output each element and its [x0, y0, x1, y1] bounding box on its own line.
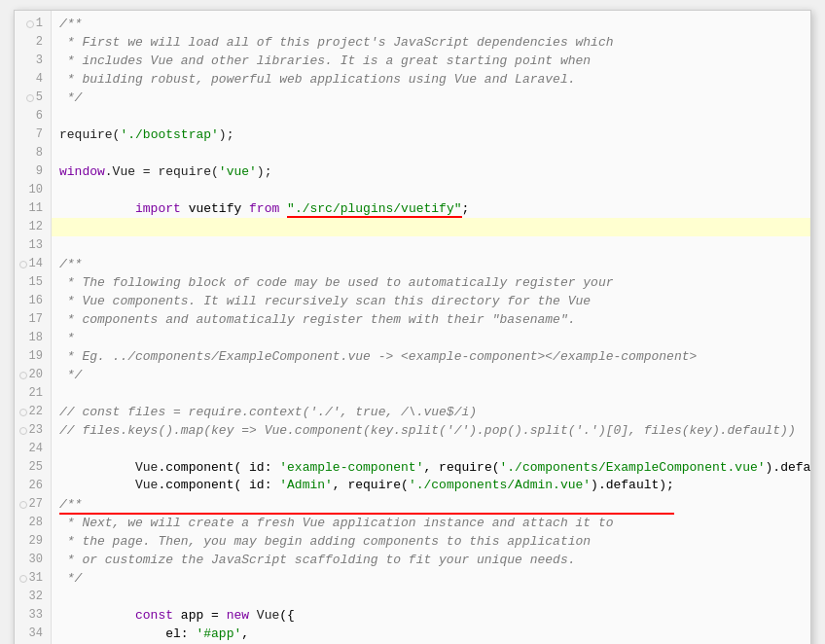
code-line-14: /**: [52, 255, 810, 273]
code-line-21: [52, 384, 810, 403]
code-line-1: /**: [52, 15, 810, 33]
code-text-20: */: [59, 366, 82, 384]
ln-21: 21: [15, 384, 51, 403]
ln-2: 2: [15, 33, 51, 52]
code-line-4: * building robust, powerful web applicat…: [52, 70, 810, 89]
circle-5: [26, 94, 34, 102]
ln-18: 18: [15, 329, 51, 347]
code-text-15: * The following block of code may be use…: [59, 273, 614, 292]
code-line-22: // const files = require.context('./', t…: [52, 403, 810, 421]
ln-25: 25: [15, 458, 51, 477]
code-text-4: * building robust, powerful web applicat…: [59, 70, 576, 89]
code-line-7: require('./bootstrap');: [52, 125, 810, 144]
ln-6: 6: [15, 107, 51, 125]
ln-32: 32: [15, 588, 51, 606]
ln-33: 33: [15, 606, 51, 625]
code-line-31: */: [52, 569, 810, 588]
code-line-8: [52, 144, 810, 162]
code-text-35: vuetify,: [59, 625, 227, 644]
ln-10: 10: [15, 181, 51, 199]
editor-window: 1 2 3 4 5 6 7 8 9 10 11 12 13 14 15 16 1…: [14, 10, 811, 644]
code-line-13: [52, 236, 810, 255]
ln-7: 7: [15, 125, 51, 144]
code-line-16: * Vue components. It will recursively sc…: [52, 292, 810, 310]
code-text-9: window.Vue = require('vue');: [59, 162, 271, 181]
ln-29: 29: [15, 532, 51, 551]
code-line-29: * the page. Then, you may begin adding c…: [52, 532, 810, 551]
code-text-16: * Vue components. It will recursively sc…: [59, 292, 591, 310]
ln-9: 9: [15, 162, 51, 181]
ln-5: 5: [15, 89, 51, 107]
ln-17: 17: [15, 310, 51, 329]
code-line-28: * Next, we will create a fresh Vue appli…: [52, 514, 810, 532]
ln-3: 3: [15, 52, 51, 70]
ln-15: 15: [15, 273, 51, 292]
code-text-19: * Eg. ../components/ExampleComponent.vue…: [59, 347, 697, 366]
code-text-2: * First we will load all of this project…: [59, 33, 614, 52]
ln-23: 23: [15, 421, 51, 440]
circle-31: [19, 575, 27, 583]
code-line-19: * Eg. ../components/ExampleComponent.vue…: [52, 347, 810, 366]
ln-22: 22: [15, 403, 51, 421]
line-numbers: 1 2 3 4 5 6 7 8 9 10 11 12 13 14 15 16 1…: [15, 11, 52, 644]
code-line-2: * First we will load all of this project…: [52, 33, 810, 52]
ln-20: 20: [15, 366, 51, 384]
ln-8: 8: [15, 144, 51, 162]
code-text-18: *: [59, 329, 75, 347]
ln-26: 26: [15, 477, 51, 495]
code-line-23: // files.keys().map(key => Vue.component…: [52, 421, 810, 440]
code-text-31: */: [59, 569, 82, 588]
code-text-3: * includes Vue and other libraries. It i…: [59, 52, 591, 70]
code-text-17: * components and automatically register …: [59, 310, 576, 329]
ln-12: 12: [15, 218, 51, 236]
ln-4: 4: [15, 70, 51, 89]
circle-20: [19, 372, 27, 379]
ln-11: 11: [15, 199, 51, 218]
code-text-30: * or customize the JavaScript scaffoldin…: [59, 551, 576, 569]
code-text-28: * Next, we will create a fresh Vue appli…: [59, 514, 614, 532]
code-text-22: // const files = require.context('./', t…: [59, 403, 477, 421]
code-text-1: /**: [59, 15, 82, 33]
code-line-18: *: [52, 329, 810, 347]
code-text-23: // files.keys().map(key => Vue.component…: [59, 421, 796, 440]
circle-27: [19, 501, 27, 509]
ln-24: 24: [15, 440, 51, 458]
code-text-27: /**: [59, 495, 82, 514]
code-text-26: Vue.component( id: 'Admin', require('./c…: [59, 457, 674, 515]
code-area: /** * First we will load all of this pro…: [52, 11, 810, 644]
code-text-29: * the page. Then, you may begin adding c…: [59, 532, 591, 551]
code-line-5: */: [52, 89, 810, 107]
code-line-15: * The following block of code may be use…: [52, 273, 810, 292]
ln-1: 1: [15, 15, 51, 33]
code-line-30: * or customize the JavaScript scaffoldin…: [52, 551, 810, 569]
code-line-20: */: [52, 366, 810, 384]
code-line-3: * includes Vue and other libraries. It i…: [52, 52, 810, 70]
ln-13: 13: [15, 236, 51, 255]
editor-content: 1 2 3 4 5 6 7 8 9 10 11 12 13 14 15 16 1…: [15, 11, 810, 644]
ln-14: 14: [15, 255, 51, 273]
ln-19: 19: [15, 347, 51, 366]
ln-27: 27: [15, 495, 51, 514]
ln-16: 16: [15, 292, 51, 310]
code-line-11: import vuetify from "./src/plugins/vueti…: [52, 199, 810, 218]
code-line-6: [52, 107, 810, 125]
circle-23: [19, 427, 27, 435]
code-text-5: */: [59, 89, 82, 107]
code-line-9: window.Vue = require('vue');: [52, 162, 810, 181]
ln-31: 31: [15, 569, 51, 588]
code-line-17: * components and automatically register …: [52, 310, 810, 329]
ln-34: 34: [15, 625, 51, 643]
code-text-14: /**: [59, 255, 82, 273]
circle-14: [19, 261, 27, 268]
code-text-7: require('./bootstrap');: [59, 125, 233, 144]
ln-30: 30: [15, 551, 51, 569]
circle-22: [19, 409, 27, 416]
code-text-11: import vuetify from "./src/plugins/vueti…: [59, 181, 469, 236]
ln-28: 28: [15, 514, 51, 532]
circle-1: [26, 20, 34, 28]
